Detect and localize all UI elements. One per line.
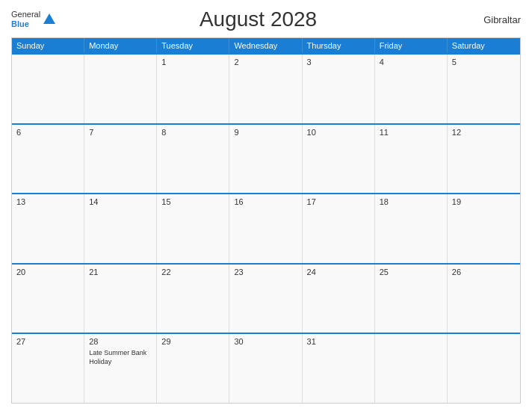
- day-number: 4: [380, 58, 442, 67]
- day-cell: 4: [375, 55, 448, 123]
- day-cell: 11: [375, 125, 448, 194]
- day-number: 30: [234, 337, 297, 346]
- day-number: 6: [16, 128, 79, 137]
- day-number: 19: [452, 197, 516, 206]
- day-header-monday: Monday: [84, 38, 157, 53]
- day-header-wednesday: Wednesday: [229, 38, 302, 53]
- day-number: 27: [16, 337, 79, 346]
- weeks-container: 1234567891011121314151617181920212223242…: [12, 53, 520, 403]
- day-number: 25: [380, 268, 442, 276]
- header: General Blue August 2028 Gibraltar: [11, 7, 521, 31]
- day-number: 22: [161, 268, 224, 276]
- day-cell: 18: [375, 194, 448, 263]
- day-number: 21: [89, 268, 152, 276]
- month-title: August 2028: [55, 7, 461, 31]
- day-number: 14: [89, 197, 152, 206]
- holiday-label: Late Summer Bank Holiday: [89, 349, 152, 366]
- day-cell: [375, 334, 448, 403]
- day-cell: 30: [229, 334, 302, 403]
- logo: General Blue: [11, 10, 55, 29]
- day-cell: 26: [448, 265, 520, 333]
- day-number: 28: [89, 337, 152, 346]
- day-cell: 29: [157, 334, 229, 403]
- day-number: 1: [161, 58, 224, 67]
- day-cell: 9: [229, 125, 302, 194]
- day-number: 20: [16, 268, 79, 276]
- day-cell: 25: [375, 265, 448, 333]
- day-cell: 16: [229, 194, 302, 263]
- day-cell: 3: [303, 55, 375, 123]
- day-header-sunday: Sunday: [12, 38, 84, 53]
- region-label: Gibraltar: [461, 14, 521, 25]
- day-cell: 12: [448, 125, 520, 194]
- day-cell: 21: [84, 265, 157, 333]
- day-cell: [448, 334, 520, 403]
- day-header-tuesday: Tuesday: [157, 38, 229, 53]
- week-row-2: 6789101112: [12, 123, 520, 194]
- day-cell: 13: [12, 194, 84, 263]
- day-number: 8: [161, 128, 224, 137]
- day-header-thursday: Thursday: [303, 38, 375, 53]
- day-cell: 28Late Summer Bank Holiday: [84, 334, 157, 403]
- day-number: 24: [307, 268, 370, 276]
- day-number: 13: [16, 197, 79, 206]
- day-number: 23: [234, 268, 297, 276]
- day-cell: 6: [12, 125, 84, 194]
- day-cell: 2: [229, 55, 302, 123]
- day-number: 26: [452, 268, 516, 276]
- day-cell: [84, 55, 157, 123]
- day-number: 12: [452, 128, 516, 137]
- day-cell: 24: [303, 265, 375, 333]
- day-headers-row: SundayMondayTuesdayWednesdayThursdayFrid…: [12, 38, 520, 53]
- day-number: 3: [307, 58, 370, 67]
- week-row-5: 2728Late Summer Bank Holiday293031: [12, 333, 520, 403]
- week-row-4: 20212223242526: [12, 263, 520, 333]
- day-number: 10: [307, 128, 370, 137]
- day-cell: 20: [12, 265, 84, 333]
- day-number: 15: [161, 197, 224, 206]
- day-header-friday: Friday: [375, 38, 448, 53]
- day-number: 2: [234, 58, 297, 67]
- logo-text: General Blue: [11, 10, 40, 29]
- day-number: 9: [234, 128, 297, 137]
- day-number: 18: [380, 197, 442, 206]
- week-row-3: 13141516171819: [12, 193, 520, 263]
- day-number: 11: [380, 128, 442, 137]
- day-cell: 22: [157, 265, 229, 333]
- day-cell: 14: [84, 194, 157, 263]
- day-cell: 19: [448, 194, 520, 263]
- day-cell: 10: [303, 125, 375, 194]
- day-cell: 17: [303, 194, 375, 263]
- day-cell: 7: [84, 125, 157, 194]
- day-cell: 31: [303, 334, 375, 403]
- day-number: 17: [307, 197, 370, 206]
- day-number: 7: [89, 128, 152, 137]
- day-number: 5: [452, 58, 516, 67]
- day-cell: [12, 55, 84, 123]
- day-cell: 27: [12, 334, 84, 403]
- day-cell: 1: [157, 55, 229, 123]
- day-cell: 15: [157, 194, 229, 263]
- day-header-saturday: Saturday: [448, 38, 520, 53]
- calendar-page: General Blue August 2028 Gibraltar Sunda…: [0, 0, 532, 411]
- day-number: 16: [234, 197, 297, 206]
- calendar-grid: SundayMondayTuesdayWednesdayThursdayFrid…: [11, 37, 521, 404]
- week-row-1: 12345: [12, 53, 520, 123]
- day-number: 31: [307, 337, 370, 346]
- day-cell: 23: [229, 265, 302, 333]
- day-number: 29: [161, 337, 224, 346]
- day-cell: 5: [448, 55, 520, 123]
- logo-triangle-icon: [43, 13, 55, 24]
- day-cell: 8: [157, 125, 229, 194]
